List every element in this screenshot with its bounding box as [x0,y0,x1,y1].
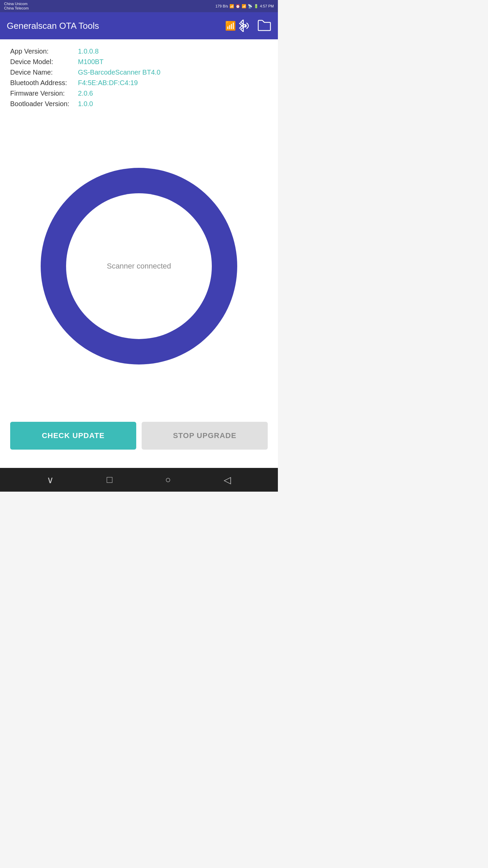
firmware-version-row: Firmware Version: 2.0.6 [10,90,268,97]
device-name-row: Device Name: GS-BarcodeScanner BT4.0 [10,68,268,76]
app-version-label: App Version: [10,47,78,55]
status-circle-container: Scanner connected [41,168,237,364]
folder-button[interactable] [258,19,271,33]
navigation-bar: ∨ □ ○ ◁ [0,468,278,492]
app-title: Generalscan OTA Tools [7,21,99,31]
device-info-section: App Version: 1.0.0.8 Device Model: M100B… [10,47,268,111]
main-content: App Version: 1.0.0.8 Device Model: M100B… [0,39,278,468]
connection-status-text: Scanner connected [107,262,171,271]
app-version-row: App Version: 1.0.0.8 [10,47,268,55]
carrier2-label: China Telecom [4,6,29,11]
bluetooth-active-icon[interactable] [236,20,251,32]
status-icons: 179 B/s 📶 ⏰ 📶 📡 🔋 4:57 PM [216,4,274,8]
status-circle-inner: Scanner connected [66,193,212,339]
bootloader-version-value: 1.0.0 [78,100,93,108]
bluetooth-icon[interactable]: 📶 [225,21,236,31]
alarm-icon: ⏰ [236,4,240,8]
nav-back-icon[interactable]: ◁ [224,474,231,486]
app-version-value: 1.0.0.8 [78,47,99,55]
wifi-icon: 📶 [242,4,246,8]
device-model-label: Device Model: [10,58,78,66]
device-name-label: Device Name: [10,68,78,76]
bluetooth-address-label: Bluetooth Address: [10,79,78,87]
app-header: Generalscan OTA Tools 📶 [0,12,278,39]
device-name-value: GS-BarcodeScanner BT4.0 [78,68,160,76]
nav-down-icon[interactable]: ∨ [47,474,54,486]
check-update-button[interactable]: CHECK UPDATE [10,422,136,450]
bluetooth-address-row: Bluetooth Address: F4:5E:AB:DF:C4:19 [10,79,268,87]
firmware-version-label: Firmware Version: [10,90,78,97]
bluetooth-address-value: F4:5E:AB:DF:C4:19 [78,79,138,87]
status-bar: China Unicom China Telecom 179 B/s 📶 ⏰ 📶… [0,0,278,12]
action-buttons: CHECK UPDATE STOP UPGRADE [10,415,268,460]
device-model-row: Device Model: M100BT [10,58,268,66]
firmware-version-value: 2.0.6 [78,90,93,97]
bootloader-version-label: Bootloader Version: [10,100,78,108]
nav-recent-icon[interactable]: □ [107,474,113,485]
connection-status-section: Scanner connected [10,117,268,415]
header-action-icons: 📶 [225,19,271,33]
battery-icon: 🔋 [254,4,259,8]
carrier1-label: China Unicom [4,2,29,6]
signal-icon: 📡 [248,4,252,8]
nav-home-icon[interactable]: ○ [165,474,171,485]
bluetooth-button[interactable]: 📶 [225,20,251,32]
carrier-info: China Unicom China Telecom [4,2,29,11]
status-circle-ring: Scanner connected [41,168,237,364]
device-model-value: M100BT [78,58,104,66]
bootloader-version-row: Bootloader Version: 1.0.0 [10,100,268,108]
folder-icon[interactable] [258,19,271,31]
stop-upgrade-button[interactable]: STOP UPGRADE [142,422,268,450]
bluetooth-status-icon: 📶 [229,4,234,8]
network-speed: 179 B/s [216,4,228,8]
time-display: 4:57 PM [260,4,274,8]
